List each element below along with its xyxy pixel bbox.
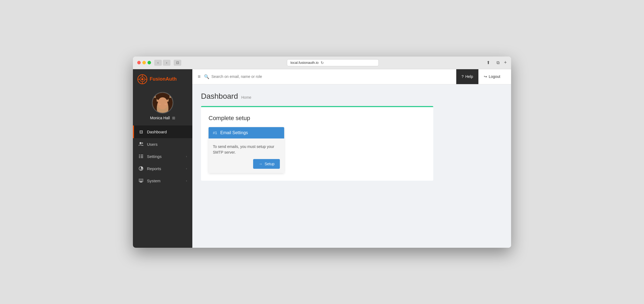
settings-icon bbox=[138, 154, 144, 158]
svg-point-20 bbox=[142, 143, 143, 144]
topbar: ≡ 🔍 ? Help ↪ Logout bbox=[192, 69, 511, 84]
email-settings-body: To send emails, you must setup your SMTP… bbox=[209, 138, 284, 173]
email-settings-header: #1 Email Settings bbox=[209, 127, 284, 138]
share-button[interactable]: ⬆ bbox=[484, 60, 492, 66]
email-settings-title: Email Settings bbox=[220, 130, 248, 135]
traffic-light-yellow[interactable] bbox=[142, 61, 146, 64]
sidebar-item-settings[interactable]: Settings ‹ bbox=[133, 150, 192, 163]
svg-point-2 bbox=[141, 78, 143, 80]
sidebar-item-label-system: System bbox=[147, 179, 183, 183]
reports-svg-icon bbox=[139, 166, 143, 171]
search-icon: 🔍 bbox=[204, 74, 209, 79]
traffic-light-red[interactable] bbox=[137, 61, 141, 64]
breadcrumb: Home bbox=[241, 95, 251, 100]
browser-titlebar: ‹ › ⊡ local.fusionauth.io ↻ ⬆ ⧉ + bbox=[133, 57, 511, 69]
users-icon bbox=[138, 142, 144, 146]
logo-suffix: Auth bbox=[166, 76, 177, 82]
settings-chevron-icon: ‹ bbox=[186, 155, 187, 158]
email-settings-widget: #1 Email Settings To send emails, you mu… bbox=[209, 127, 284, 173]
dashboard-icon: ⊟ bbox=[138, 129, 144, 134]
setup-button[interactable]: → Setup bbox=[253, 159, 280, 169]
system-svg-icon bbox=[139, 179, 143, 183]
svg-rect-22 bbox=[139, 156, 140, 157]
svg-rect-25 bbox=[141, 156, 143, 157]
sidebar-nav: ⊟ Dashboard Users bbox=[133, 124, 192, 248]
svg-rect-24 bbox=[141, 155, 143, 155]
sidebar-item-dashboard[interactable]: ⊟ Dashboard bbox=[133, 125, 192, 138]
svg-rect-30 bbox=[140, 181, 142, 182]
logout-icon: ↪ bbox=[484, 74, 487, 79]
svg-rect-21 bbox=[139, 155, 140, 155]
app-container: FusionAuth bbox=[133, 69, 511, 248]
settings-svg-icon bbox=[139, 154, 143, 158]
url-text: local.fusionauth.io bbox=[290, 61, 318, 65]
new-tab-button[interactable]: + bbox=[504, 60, 507, 66]
address-bar: local.fusionauth.io ↻ bbox=[287, 59, 379, 66]
sidebar-toggle-button[interactable]: ⊡ bbox=[174, 60, 181, 66]
sidebar-item-label-settings: Settings bbox=[147, 154, 183, 159]
avatar bbox=[152, 92, 173, 114]
svg-rect-23 bbox=[139, 157, 140, 158]
setup-button-label: Setup bbox=[264, 162, 274, 166]
email-settings-description: To send emails, you must setup your SMTP… bbox=[213, 144, 280, 155]
svg-point-18 bbox=[164, 103, 167, 105]
address-bar-wrapper: local.fusionauth.io ↻ bbox=[185, 59, 481, 66]
sidebar-item-label-users: Users bbox=[147, 142, 187, 147]
sidebar-item-label-dashboard: Dashboard bbox=[147, 130, 187, 134]
email-settings-number: #1 bbox=[213, 131, 217, 135]
help-label: Help bbox=[465, 74, 473, 79]
help-button[interactable]: ? Help bbox=[456, 69, 479, 84]
sidebar-item-system[interactable]: System ‹ bbox=[133, 175, 192, 187]
help-icon: ? bbox=[462, 74, 464, 79]
svg-rect-31 bbox=[140, 182, 142, 183]
nav-buttons: ‹ › bbox=[154, 60, 170, 66]
fusionauth-logo-icon bbox=[137, 74, 147, 84]
topbar-actions: ? Help ↪ Logout bbox=[456, 69, 506, 84]
logo-prefix: Fusion bbox=[150, 76, 166, 82]
logo-text: FusionAuth bbox=[150, 76, 177, 82]
svg-rect-26 bbox=[141, 157, 143, 158]
sidebar-logo: FusionAuth bbox=[133, 69, 192, 88]
logout-button[interactable]: ↪ Logout bbox=[478, 69, 506, 84]
traffic-lights bbox=[137, 61, 151, 64]
page-title: Dashboard bbox=[201, 92, 238, 101]
browser-actions: ⬆ ⧉ + bbox=[484, 60, 507, 66]
setup-card: Complete setup #1 Email Settings To send… bbox=[201, 106, 433, 181]
sidebar-item-users[interactable]: Users bbox=[133, 138, 192, 150]
page-header: Dashboard Home bbox=[201, 92, 502, 101]
tab-button[interactable]: ⧉ bbox=[494, 60, 502, 66]
svg-rect-29 bbox=[139, 179, 143, 181]
reports-chevron-icon: ‹ bbox=[186, 167, 187, 170]
svg-point-16 bbox=[158, 97, 168, 109]
sidebar-item-reports[interactable]: Reports ‹ bbox=[133, 163, 192, 175]
setup-arrow-icon: → bbox=[259, 162, 262, 166]
reload-button[interactable]: ↻ bbox=[321, 61, 324, 65]
sidebar-user: Monica Hall ⊞ bbox=[133, 88, 192, 124]
hamburger-button[interactable]: ≡ bbox=[198, 74, 201, 80]
user-card-icon[interactable]: ⊞ bbox=[172, 116, 175, 120]
page-content: Dashboard Home Complete setup #1 Email S… bbox=[192, 84, 511, 248]
user-name: Monica Hall bbox=[150, 116, 170, 120]
setup-card-title: Complete setup bbox=[209, 115, 426, 122]
traffic-light-green[interactable] bbox=[147, 61, 151, 64]
system-chevron-icon: ‹ bbox=[186, 179, 187, 182]
search-bar: 🔍 bbox=[204, 72, 453, 81]
main-content: ≡ 🔍 ? Help ↪ Logout bbox=[192, 69, 511, 248]
avatar-image bbox=[153, 92, 173, 114]
browser-window: ‹ › ⊡ local.fusionauth.io ↻ ⬆ ⧉ + bbox=[133, 57, 511, 248]
reports-icon bbox=[138, 166, 144, 171]
search-input[interactable] bbox=[212, 74, 293, 79]
users-svg-icon bbox=[139, 142, 143, 146]
back-button[interactable]: ‹ bbox=[154, 60, 162, 66]
system-icon bbox=[138, 179, 144, 183]
sidebar: FusionAuth bbox=[133, 69, 192, 248]
sidebar-item-label-reports: Reports bbox=[147, 166, 183, 171]
user-name-row: Monica Hall ⊞ bbox=[150, 116, 175, 120]
svg-point-17 bbox=[158, 103, 161, 105]
forward-button[interactable]: › bbox=[163, 60, 170, 66]
svg-point-19 bbox=[140, 142, 142, 144]
logout-label: Logout bbox=[489, 74, 500, 79]
